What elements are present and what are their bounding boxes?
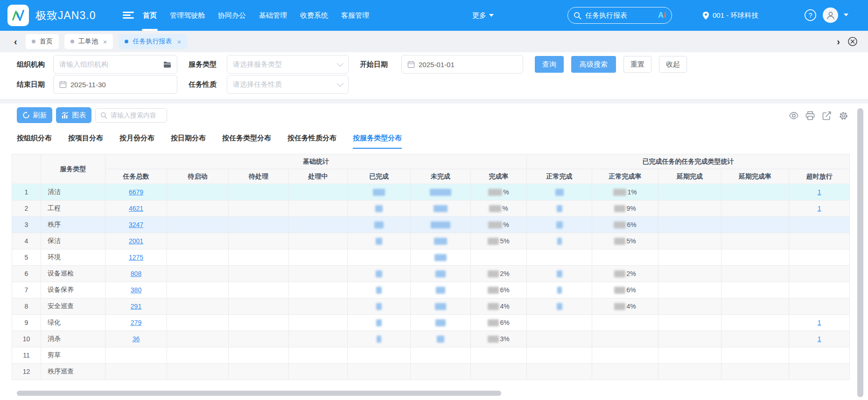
- col-header-11[interactable]: 超时放行: [789, 169, 850, 184]
- print-button[interactable]: [805, 111, 815, 120]
- collapse-button[interactable]: 收起: [659, 56, 687, 73]
- cell-to-start: [167, 184, 229, 200]
- question-icon: ?: [804, 9, 817, 21]
- nav-item-4[interactable]: 收费系统: [294, 0, 335, 31]
- task-total-link[interactable]: 2001: [129, 237, 143, 245]
- folder-icon[interactable]: [163, 61, 171, 68]
- query-button[interactable]: 查询: [535, 56, 564, 73]
- dist-tab-2[interactable]: 按月份分布: [119, 134, 154, 149]
- dist-tab-3[interactable]: 按日期分布: [171, 134, 206, 149]
- table-search-input[interactable]: 请输入搜索内容: [95, 108, 167, 123]
- service-filter-select[interactable]: 请选择服务类型: [227, 55, 349, 74]
- col-header-4[interactable]: 已完成: [348, 169, 411, 184]
- col-header-6[interactable]: 完成率: [471, 169, 527, 184]
- table-row: 11剪草: [12, 347, 850, 364]
- header-search-value[interactable]: 任务执行报表: [585, 11, 654, 20]
- nav-item-0[interactable]: 首页: [136, 0, 163, 31]
- chart-button[interactable]: 图表: [56, 107, 91, 123]
- cell-pending: [229, 331, 289, 347]
- cell-uncompleted: [411, 217, 471, 233]
- nav-item-1[interactable]: 管理驾驶舱: [163, 0, 211, 31]
- export-button[interactable]: [822, 111, 832, 120]
- task-total-link[interactable]: 1275: [129, 254, 143, 261]
- cell-row-number: 4: [12, 233, 41, 249]
- nav-item-3[interactable]: 基础管理: [252, 0, 294, 31]
- nature-filter-select[interactable]: 请选择任务性质: [227, 75, 349, 94]
- cell-task-total: 291: [105, 298, 167, 315]
- nav-item-2[interactable]: 协同办公: [211, 0, 252, 31]
- settings-button[interactable]: [839, 111, 848, 120]
- col-header-3[interactable]: 处理中: [289, 169, 348, 184]
- col-header-7[interactable]: 正常完成: [527, 169, 592, 184]
- nav-more[interactable]: 更多: [472, 0, 494, 31]
- cell-service-type: 秩序巡查: [41, 364, 105, 380]
- svg-text:?: ?: [808, 12, 812, 19]
- menu-toggle-icon[interactable]: [123, 10, 134, 21]
- cell-pending: [229, 347, 289, 364]
- task-total-link[interactable]: 380: [131, 286, 141, 294]
- task-total-link[interactable]: 279: [131, 319, 141, 326]
- col-header-5[interactable]: 未完成: [411, 169, 471, 184]
- vertical-scrollbar-thumb[interactable]: [857, 108, 863, 397]
- org-filter-input[interactable]: 请输入组织机构: [53, 55, 177, 74]
- refresh-button[interactable]: 刷新: [17, 107, 52, 123]
- advanced-search-button[interactable]: 高级搜索: [571, 56, 616, 73]
- cell-processing: [289, 347, 348, 364]
- ai-badge[interactable]: Ai: [658, 11, 666, 20]
- task-total-link[interactable]: 4621: [129, 205, 143, 212]
- table-row: 1清洁6679%1%1: [12, 184, 850, 200]
- service-type-header[interactable]: 服务类型: [41, 154, 105, 184]
- dist-tab-5[interactable]: 按任务性质分布: [287, 134, 336, 149]
- eye-icon: [789, 111, 799, 120]
- col-header-9[interactable]: 延期完成: [658, 169, 721, 184]
- tab-close-icon[interactable]: ×: [103, 38, 107, 46]
- cell-service-type: 安全巡查: [41, 298, 105, 315]
- col-header-10[interactable]: 延期完成率: [721, 169, 789, 184]
- cell-task-total: 4621: [105, 200, 167, 217]
- col-header-1[interactable]: 待启动: [167, 169, 229, 184]
- task-total-link[interactable]: 808: [131, 270, 141, 277]
- cell-to-start: [167, 315, 229, 331]
- col-header-2[interactable]: 待处理: [229, 169, 289, 184]
- tab-close-icon[interactable]: ×: [177, 38, 181, 46]
- cell-overtime-pass: [789, 282, 850, 298]
- overtime-pass-link[interactable]: 1: [818, 319, 821, 326]
- task-total-link[interactable]: 3247: [129, 221, 143, 228]
- cell-uncompleted: [411, 266, 471, 282]
- avatar[interactable]: [823, 7, 838, 23]
- horizontal-scrollbar-thumb[interactable]: [17, 391, 501, 396]
- dist-tab-0[interactable]: 按组织分布: [17, 134, 52, 149]
- help-button[interactable]: ?: [804, 9, 817, 21]
- cell-pending: [229, 315, 289, 331]
- col-header-0[interactable]: 任务总数: [105, 169, 167, 184]
- open-tab-2[interactable]: 任务执行报表×: [119, 34, 187, 49]
- tabs-scroll-left-icon[interactable]: ‹: [14, 36, 17, 47]
- overtime-pass-link[interactable]: 1: [818, 205, 821, 212]
- header-search[interactable]: 任务执行报表 Ai: [567, 7, 672, 24]
- nav-item-5[interactable]: 客服管理: [335, 0, 376, 31]
- close-all-tabs-icon[interactable]: [847, 36, 858, 47]
- overtime-pass-link[interactable]: 1: [818, 188, 821, 196]
- tabs-scroll-right-icon[interactable]: ›: [837, 36, 840, 47]
- end-date-input[interactable]: 2025-11-30: [53, 75, 177, 94]
- dist-tab-6[interactable]: 按服务类型分布: [353, 134, 402, 149]
- task-total-link[interactable]: 6679: [129, 188, 143, 196]
- open-tab-1[interactable]: 工单池×: [64, 34, 113, 49]
- overtime-pass-link[interactable]: 1: [818, 335, 821, 343]
- col-header-8[interactable]: 正常完成率: [592, 169, 658, 184]
- table-row: 9绿化2796%1: [12, 315, 850, 331]
- account-chevron-down-icon[interactable]: [844, 14, 848, 16]
- start-date-input[interactable]: 2025-01-01: [401, 55, 523, 74]
- task-total-link[interactable]: 36: [133, 335, 140, 343]
- dist-tab-1[interactable]: 按项目分布: [68, 134, 103, 149]
- org-selector[interactable]: 001 - 环球科技: [702, 0, 758, 31]
- cell-row-number: 6: [12, 266, 41, 282]
- task-total-link[interactable]: 291: [131, 303, 141, 310]
- reset-button[interactable]: 重置: [623, 56, 651, 73]
- open-tab-0[interactable]: 首页: [26, 34, 59, 49]
- normal-rate-suffix: 6%: [626, 286, 636, 294]
- cell-task-total: [105, 347, 167, 364]
- dist-tab-4[interactable]: 按任务类型分布: [222, 134, 271, 149]
- printer-icon: [805, 111, 815, 120]
- column-visibility-button[interactable]: [789, 111, 798, 120]
